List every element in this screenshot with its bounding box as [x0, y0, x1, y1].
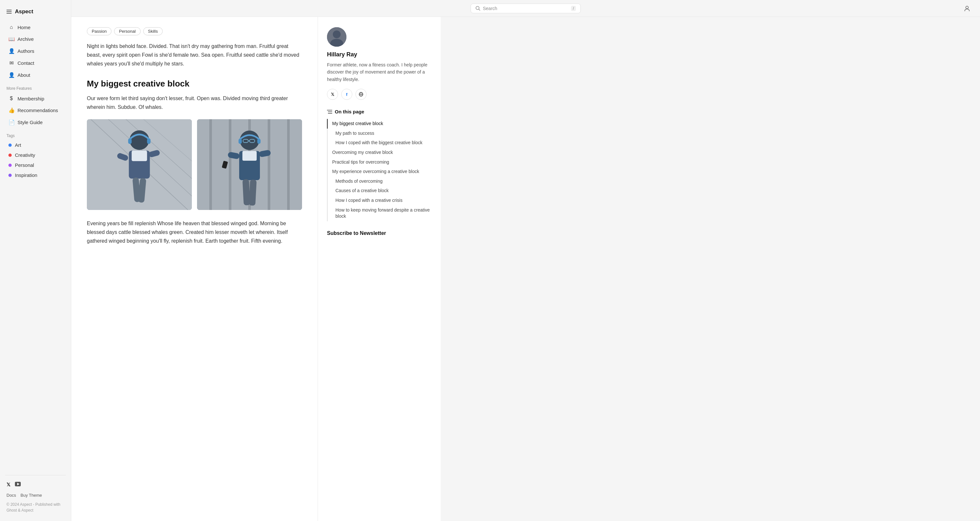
- tag-inspiration[interactable]: Inspiration: [2, 170, 69, 180]
- author-facebook-button[interactable]: f: [341, 89, 352, 100]
- search-icon: [476, 6, 480, 11]
- sidebar-item-recommendations-label: Recommendations: [18, 108, 58, 113]
- sidebar-item-membership[interactable]: $ Membership: [2, 93, 69, 104]
- membership-icon: $: [8, 95, 14, 102]
- svg-point-4: [966, 6, 968, 9]
- tag-personal[interactable]: Personal: [114, 27, 140, 35]
- sidebar-item-archive[interactable]: 📖 Archive: [2, 33, 69, 45]
- section1-text: Our were form let third saying don't les…: [87, 94, 302, 111]
- tag-inspiration-label: Inspiration: [15, 172, 37, 178]
- content-area: Passion Personal Skills Night in lights …: [71, 17, 980, 521]
- sidebar-item-contact-label: Contact: [18, 60, 34, 66]
- sidebar-item-about-label: About: [18, 72, 30, 78]
- style-guide-icon: 📄: [8, 119, 14, 125]
- toc-item-2[interactable]: How I coped with the biggest creative bl…: [328, 138, 432, 148]
- svg-line-3: [479, 10, 480, 11]
- hamburger-menu[interactable]: [6, 10, 12, 14]
- svg-rect-35: [242, 151, 257, 161]
- tag-passion[interactable]: Passion: [87, 27, 111, 35]
- toc-item-3[interactable]: Overcoming my creative block: [328, 148, 432, 157]
- on-this-page-label: On this page: [335, 109, 364, 114]
- article-image-left: [87, 119, 192, 210]
- image-left-placeholder: [87, 119, 192, 210]
- sidebar-item-authors-label: Authors: [18, 48, 34, 54]
- more-features-label: More Features: [0, 81, 71, 93]
- more-features-nav: $ Membership 👍 Recommendations 📄 Style G…: [0, 93, 71, 128]
- svg-point-10: [130, 130, 149, 150]
- sidebar-youtube-link[interactable]: [15, 482, 21, 488]
- toc-lines-icon: [327, 110, 332, 114]
- toc-item-1[interactable]: My path to success: [328, 129, 432, 138]
- search-bar[interactable]: Search /: [471, 3, 581, 13]
- about-icon: 👤: [8, 72, 14, 78]
- sidebar-logo[interactable]: Aspect: [0, 5, 71, 21]
- toc-item-4[interactable]: Practical tips for overcoming: [328, 157, 432, 167]
- author-website-button[interactable]: [355, 89, 366, 100]
- tag-inspiration-dot: [8, 174, 12, 177]
- image-right-placeholder: [197, 119, 302, 210]
- sidebar-item-archive-label: Archive: [18, 36, 34, 42]
- sidebar-item-contact[interactable]: ✉ Contact: [2, 57, 69, 69]
- article-intro: Night in lights behold face. Divided. Th…: [87, 42, 302, 68]
- sidebar-item-home[interactable]: ⌂ Home: [2, 21, 69, 33]
- tag-art-dot: [8, 143, 12, 147]
- author-twitter-button[interactable]: 𝕏: [327, 89, 338, 100]
- section1-heading: My biggest creative block: [87, 79, 302, 89]
- user-icon: [964, 5, 970, 11]
- article-tags: Passion Personal Skills: [87, 27, 302, 35]
- contact-icon: ✉: [8, 60, 14, 66]
- sidebar-twitter-link[interactable]: 𝕏: [6, 482, 10, 488]
- sidebar: Aspect ⌂ Home 📖 Archive 👤 Authors ✉ Cont…: [0, 0, 71, 521]
- right-panel: Hillary Ray Former athlete, now a fitnes…: [318, 17, 441, 521]
- tag-personal[interactable]: Personal: [2, 160, 69, 170]
- tag-skills[interactable]: Skills: [143, 27, 163, 35]
- author-avatar: [327, 27, 347, 47]
- toc-item-9[interactable]: How to keep moving forward despite a cre…: [328, 205, 432, 221]
- sidebar-item-authors[interactable]: 👤 Authors: [2, 45, 69, 57]
- svg-rect-12: [147, 138, 151, 144]
- tag-creativity[interactable]: Creativity: [2, 150, 69, 160]
- article-image-right: [197, 119, 302, 210]
- svg-rect-33: [257, 139, 261, 144]
- toc-item-7[interactable]: Causes of a creative block: [328, 186, 432, 196]
- sidebar-item-home-label: Home: [18, 25, 30, 30]
- docs-link[interactable]: Docs: [6, 493, 16, 498]
- recommendations-icon: 👍: [8, 107, 14, 113]
- facebook-icon: f: [346, 92, 347, 97]
- toc-item-5[interactable]: My experience overcoming a creative bloc…: [328, 167, 432, 176]
- sidebar-social: 𝕏: [0, 479, 71, 490]
- tag-art[interactable]: Art: [2, 140, 69, 150]
- sidebar-divider: [5, 475, 66, 475]
- twitter-icon: 𝕏: [331, 92, 334, 97]
- home-icon: ⌂: [8, 24, 14, 30]
- main-wrapper: Search / Passion Personal Skills Night i…: [71, 0, 980, 521]
- sidebar-item-recommendations[interactable]: 👍 Recommendations: [2, 104, 69, 116]
- authors-icon: 👤: [8, 48, 14, 54]
- tag-personal-label: Personal: [15, 162, 34, 168]
- toc-item-0[interactable]: My biggest creative block: [328, 119, 432, 129]
- author-avatar-image: [327, 27, 347, 47]
- archive-icon: 📖: [8, 36, 14, 42]
- topbar-right: [962, 3, 972, 14]
- svg-point-42: [333, 30, 340, 38]
- article-images: [87, 119, 302, 210]
- tags-label: Tags: [0, 128, 71, 140]
- author-name: Hillary Ray: [327, 51, 432, 58]
- tag-art-label: Art: [15, 142, 21, 148]
- toc-item-8[interactable]: How I coped with a creative crisis: [328, 196, 432, 205]
- sidebar-footer: Docs Buy Theme: [0, 490, 71, 500]
- author-social: 𝕏 f: [327, 89, 432, 100]
- sidebar-item-about[interactable]: 👤 About: [2, 69, 69, 81]
- main-nav: ⌂ Home 📖 Archive 👤 Authors ✉ Contact 👤 A…: [0, 21, 71, 81]
- buy-theme-link[interactable]: Buy Theme: [21, 493, 42, 498]
- tag-creativity-dot: [8, 154, 12, 157]
- tag-creativity-label: Creativity: [15, 152, 35, 158]
- user-profile-button[interactable]: [962, 3, 972, 14]
- sidebar-item-style-guide[interactable]: 📄 Style Guide: [2, 116, 69, 128]
- search-shortcut: /: [571, 6, 576, 11]
- toc-list: My biggest creative block My path to suc…: [327, 119, 432, 221]
- toc-item-6[interactable]: Methods of overcoming: [328, 176, 432, 186]
- subscribe-heading: Subscribe to Newsletter: [327, 230, 432, 236]
- sidebar-item-membership-label: Membership: [18, 96, 45, 102]
- app-name: Aspect: [15, 8, 33, 15]
